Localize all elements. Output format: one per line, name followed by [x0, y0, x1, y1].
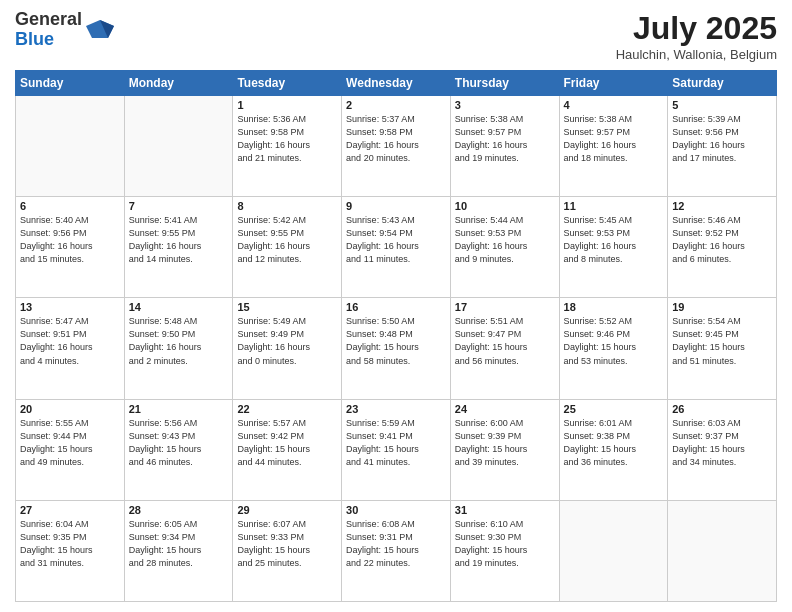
table-row: 10Sunrise: 5:44 AM Sunset: 9:53 PM Dayli… [450, 197, 559, 298]
day-info: Sunrise: 5:51 AM Sunset: 9:47 PM Dayligh… [455, 315, 555, 367]
day-info: Sunrise: 5:54 AM Sunset: 9:45 PM Dayligh… [672, 315, 772, 367]
title-block: July 2025 Haulchin, Wallonia, Belgium [616, 10, 777, 62]
table-row: 26Sunrise: 6:03 AM Sunset: 9:37 PM Dayli… [668, 399, 777, 500]
day-info: Sunrise: 5:52 AM Sunset: 9:46 PM Dayligh… [564, 315, 664, 367]
day-number: 9 [346, 200, 446, 212]
day-number: 15 [237, 301, 337, 313]
table-row: 11Sunrise: 5:45 AM Sunset: 9:53 PM Dayli… [559, 197, 668, 298]
col-wednesday: Wednesday [342, 71, 451, 96]
day-number: 4 [564, 99, 664, 111]
table-row: 17Sunrise: 5:51 AM Sunset: 9:47 PM Dayli… [450, 298, 559, 399]
day-number: 23 [346, 403, 446, 415]
table-row [559, 500, 668, 601]
header: General Blue July 2025 Haulchin, Walloni… [15, 10, 777, 62]
col-friday: Friday [559, 71, 668, 96]
table-row: 4Sunrise: 5:38 AM Sunset: 9:57 PM Daylig… [559, 96, 668, 197]
col-tuesday: Tuesday [233, 71, 342, 96]
table-row: 18Sunrise: 5:52 AM Sunset: 9:46 PM Dayli… [559, 298, 668, 399]
table-row: 28Sunrise: 6:05 AM Sunset: 9:34 PM Dayli… [124, 500, 233, 601]
day-info: Sunrise: 5:40 AM Sunset: 9:56 PM Dayligh… [20, 214, 120, 266]
day-info: Sunrise: 6:07 AM Sunset: 9:33 PM Dayligh… [237, 518, 337, 570]
calendar-week-row: 6Sunrise: 5:40 AM Sunset: 9:56 PM Daylig… [16, 197, 777, 298]
day-info: Sunrise: 6:08 AM Sunset: 9:31 PM Dayligh… [346, 518, 446, 570]
col-thursday: Thursday [450, 71, 559, 96]
table-row: 2Sunrise: 5:37 AM Sunset: 9:58 PM Daylig… [342, 96, 451, 197]
day-number: 16 [346, 301, 446, 313]
logo-icon [86, 16, 114, 44]
day-number: 20 [20, 403, 120, 415]
day-number: 31 [455, 504, 555, 516]
table-row: 31Sunrise: 6:10 AM Sunset: 9:30 PM Dayli… [450, 500, 559, 601]
day-number: 10 [455, 200, 555, 212]
day-info: Sunrise: 5:41 AM Sunset: 9:55 PM Dayligh… [129, 214, 229, 266]
day-number: 24 [455, 403, 555, 415]
logo-blue: Blue [15, 30, 82, 50]
day-number: 17 [455, 301, 555, 313]
day-number: 5 [672, 99, 772, 111]
day-info: Sunrise: 6:01 AM Sunset: 9:38 PM Dayligh… [564, 417, 664, 469]
day-number: 1 [237, 99, 337, 111]
day-number: 12 [672, 200, 772, 212]
day-info: Sunrise: 5:46 AM Sunset: 9:52 PM Dayligh… [672, 214, 772, 266]
day-info: Sunrise: 5:38 AM Sunset: 9:57 PM Dayligh… [455, 113, 555, 165]
table-row: 15Sunrise: 5:49 AM Sunset: 9:49 PM Dayli… [233, 298, 342, 399]
table-row [16, 96, 125, 197]
day-number: 22 [237, 403, 337, 415]
calendar-header-row: Sunday Monday Tuesday Wednesday Thursday… [16, 71, 777, 96]
table-row: 13Sunrise: 5:47 AM Sunset: 9:51 PM Dayli… [16, 298, 125, 399]
table-row: 24Sunrise: 6:00 AM Sunset: 9:39 PM Dayli… [450, 399, 559, 500]
day-number: 30 [346, 504, 446, 516]
day-number: 3 [455, 99, 555, 111]
table-row: 12Sunrise: 5:46 AM Sunset: 9:52 PM Dayli… [668, 197, 777, 298]
day-number: 14 [129, 301, 229, 313]
day-number: 25 [564, 403, 664, 415]
table-row: 1Sunrise: 5:36 AM Sunset: 9:58 PM Daylig… [233, 96, 342, 197]
page: General Blue July 2025 Haulchin, Walloni… [0, 0, 792, 612]
table-row: 23Sunrise: 5:59 AM Sunset: 9:41 PM Dayli… [342, 399, 451, 500]
day-info: Sunrise: 5:43 AM Sunset: 9:54 PM Dayligh… [346, 214, 446, 266]
day-info: Sunrise: 5:44 AM Sunset: 9:53 PM Dayligh… [455, 214, 555, 266]
day-number: 8 [237, 200, 337, 212]
month-title: July 2025 [616, 10, 777, 47]
day-number: 18 [564, 301, 664, 313]
table-row: 16Sunrise: 5:50 AM Sunset: 9:48 PM Dayli… [342, 298, 451, 399]
col-saturday: Saturday [668, 71, 777, 96]
table-row: 19Sunrise: 5:54 AM Sunset: 9:45 PM Dayli… [668, 298, 777, 399]
table-row: 9Sunrise: 5:43 AM Sunset: 9:54 PM Daylig… [342, 197, 451, 298]
calendar-week-row: 1Sunrise: 5:36 AM Sunset: 9:58 PM Daylig… [16, 96, 777, 197]
logo-text: General Blue [15, 10, 82, 50]
day-info: Sunrise: 6:04 AM Sunset: 9:35 PM Dayligh… [20, 518, 120, 570]
day-number: 27 [20, 504, 120, 516]
day-info: Sunrise: 6:05 AM Sunset: 9:34 PM Dayligh… [129, 518, 229, 570]
day-info: Sunrise: 5:55 AM Sunset: 9:44 PM Dayligh… [20, 417, 120, 469]
day-info: Sunrise: 5:45 AM Sunset: 9:53 PM Dayligh… [564, 214, 664, 266]
day-info: Sunrise: 5:39 AM Sunset: 9:56 PM Dayligh… [672, 113, 772, 165]
day-number: 26 [672, 403, 772, 415]
table-row [124, 96, 233, 197]
day-info: Sunrise: 5:37 AM Sunset: 9:58 PM Dayligh… [346, 113, 446, 165]
calendar-week-row: 13Sunrise: 5:47 AM Sunset: 9:51 PM Dayli… [16, 298, 777, 399]
day-info: Sunrise: 5:47 AM Sunset: 9:51 PM Dayligh… [20, 315, 120, 367]
table-row: 6Sunrise: 5:40 AM Sunset: 9:56 PM Daylig… [16, 197, 125, 298]
day-info: Sunrise: 5:42 AM Sunset: 9:55 PM Dayligh… [237, 214, 337, 266]
day-info: Sunrise: 5:36 AM Sunset: 9:58 PM Dayligh… [237, 113, 337, 165]
calendar-table: Sunday Monday Tuesday Wednesday Thursday… [15, 70, 777, 602]
day-number: 13 [20, 301, 120, 313]
logo: General Blue [15, 10, 114, 50]
table-row: 27Sunrise: 6:04 AM Sunset: 9:35 PM Dayli… [16, 500, 125, 601]
table-row [668, 500, 777, 601]
calendar-week-row: 27Sunrise: 6:04 AM Sunset: 9:35 PM Dayli… [16, 500, 777, 601]
day-info: Sunrise: 6:00 AM Sunset: 9:39 PM Dayligh… [455, 417, 555, 469]
day-number: 28 [129, 504, 229, 516]
day-number: 2 [346, 99, 446, 111]
logo-general: General [15, 10, 82, 30]
day-info: Sunrise: 5:56 AM Sunset: 9:43 PM Dayligh… [129, 417, 229, 469]
table-row: 29Sunrise: 6:07 AM Sunset: 9:33 PM Dayli… [233, 500, 342, 601]
table-row: 30Sunrise: 6:08 AM Sunset: 9:31 PM Dayli… [342, 500, 451, 601]
day-number: 19 [672, 301, 772, 313]
day-info: Sunrise: 5:57 AM Sunset: 9:42 PM Dayligh… [237, 417, 337, 469]
day-info: Sunrise: 5:38 AM Sunset: 9:57 PM Dayligh… [564, 113, 664, 165]
table-row: 8Sunrise: 5:42 AM Sunset: 9:55 PM Daylig… [233, 197, 342, 298]
table-row: 5Sunrise: 5:39 AM Sunset: 9:56 PM Daylig… [668, 96, 777, 197]
table-row: 20Sunrise: 5:55 AM Sunset: 9:44 PM Dayli… [16, 399, 125, 500]
